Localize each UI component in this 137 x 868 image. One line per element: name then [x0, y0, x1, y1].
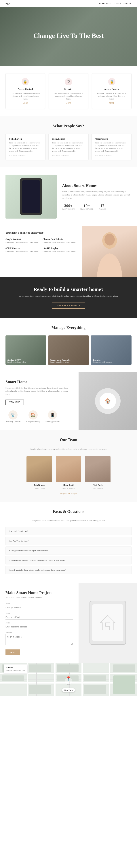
testimonial-date-1: OCTOBER, JUNE 2020 — [52, 154, 85, 156]
manage-cards: Outdoor CCTV Sample text, click to selec… — [5, 335, 132, 365]
svg-rect-15 — [57, 664, 79, 672]
hub-image — [82, 226, 137, 277]
stat-2: 17 AWARDS — [99, 203, 105, 210]
nav-link-home[interactable]: Home Page — [99, 3, 111, 5]
chevron-down-icon-0: › — [128, 530, 128, 533]
faq-subtitle: Sample text. Click to select the text bo… — [5, 519, 132, 522]
team-member-0: Bob Brown Content Holder — [27, 456, 52, 489]
faq-question-1: How Are Your Services? — [9, 540, 29, 542]
hub-item-text-0: Sample text. Click to select the Text El… — [5, 242, 40, 244]
manage-card-1: Temperature Controller Sample text, clic… — [48, 335, 89, 365]
testimonials-title: What People Say? — [5, 123, 132, 128]
testimonial-1: Nick Jhonson Proin sed ultrices ante sed… — [48, 134, 88, 160]
team-photo-mary — [56, 456, 81, 482]
hub-item-text-2: Sample text. Click to select the Text El… — [5, 250, 40, 253]
feature-card-2: 🔒 Access Control Duis aute irure dolor i… — [92, 73, 132, 109]
name-input[interactable] — [5, 606, 73, 610]
email-input[interactable] — [5, 615, 73, 620]
about-stats: 300+ HAPPY CLIENTS 10+ YEARS OF WORK 17 … — [62, 203, 132, 210]
feature-more-1[interactable]: MORE — [53, 102, 85, 104]
stat-label-2: AWARDS — [99, 208, 105, 210]
mini-card-title: Address — [6, 666, 25, 669]
faq-item-1[interactable]: How Are Your Services? › — [5, 537, 132, 545]
smart-content: Smart Home Sample text. Click the Text E… — [0, 372, 79, 430]
faq-item-3[interactable]: What education and/or training do you ha… — [5, 556, 132, 564]
chevron-down-icon-1: › — [128, 539, 128, 542]
project-title: Make Smart Home Project — [5, 590, 73, 595]
map-pin-icon: 📍 — [66, 676, 71, 681]
team-member-1: Mary Smith Chief Accountant — [56, 456, 81, 489]
about-section: About Smart Homes Lorem ipsum dolor sit … — [0, 167, 137, 226]
stat-num-2: 17 — [99, 203, 105, 208]
hero-title: Change Live To The Best — [33, 32, 103, 39]
about-title: About Smart Homes — [62, 183, 132, 188]
team-name-1: Mary Smith — [56, 484, 81, 487]
smart-icon-1: 🏠 Managed Centrally — [26, 410, 40, 423]
smart-icons: 📡 Wirelessly Connects 🏠 Managed Centrall… — [5, 410, 73, 423]
hub-item-0: Google Assistant Sample text. Click to s… — [5, 238, 40, 244]
form-group-phone: Phone — [5, 622, 73, 629]
smart-icon-2: 📱 Smart Applications — [45, 410, 59, 423]
feature-more-0[interactable]: MORE — [9, 102, 41, 104]
manage-card-0: Outdoor CCTV Sample text, click to selec… — [5, 335, 46, 365]
smart-view-more-button[interactable]: VIEW MORE — [5, 400, 24, 405]
smart-title: Smart Home — [5, 379, 73, 384]
feature-more-2[interactable]: MORE — [96, 102, 128, 104]
manage-card-label-1: Temperature Controller Sample text, clic… — [50, 359, 71, 363]
faq-question-0: How much does it cost? — [9, 530, 28, 532]
team-name-0: Bob Brown — [27, 484, 52, 487]
testimonial-date-2: OCTOBER, JUNE 2020 — [95, 154, 128, 156]
nav-logo: logo — [5, 2, 10, 5]
manage-card-2: Tracking Sample text, click to select. — [91, 335, 132, 365]
manage-title: Manage Everything — [5, 325, 132, 330]
smart-home-icon: 🏠 — [105, 398, 111, 404]
cta-button[interactable]: GET FREE ESTIMATE — [52, 302, 85, 309]
hub-person-photo — [82, 226, 137, 277]
name-label: Name — [5, 603, 73, 605]
phone-label: Phone — [5, 622, 73, 624]
feature-card-1: 🛡 Security Duis aute irure dolor in repr… — [49, 73, 88, 109]
faq-item-4[interactable]: Nunc sit amet nisl diam. Integer iaculis… — [5, 566, 132, 574]
chevron-down-icon-2: › — [128, 549, 128, 552]
chevron-down-icon-4: › — [128, 569, 128, 571]
lock-icon-2: 🔒 — [108, 78, 116, 85]
faq-item-2[interactable]: What types of customers have you worked … — [5, 547, 132, 555]
home-icon: 🏠 — [29, 410, 38, 420]
svg-rect-14 — [29, 664, 51, 672]
faq-title: Facts & Questions — [5, 509, 132, 514]
navbar: logo Home Page About Company — [0, 0, 137, 7]
faq-item-0[interactable]: How much does it cost? › — [5, 527, 132, 535]
feature-desc-2: Duis aute irure dolor in reprehenderit i… — [96, 92, 128, 100]
project-form-area: Make Smart Home Project Sample text. Cli… — [0, 583, 79, 663]
hero-section: Change Live To The Best — [0, 7, 137, 66]
feature-title-0: Access Control — [9, 88, 41, 91]
team-more-link[interactable]: Images from Freepik — [5, 492, 132, 494]
testimonial-date-0: OCTOBER, JUNE 2020 — [9, 154, 42, 156]
hub-item-title-3: 10in HD Display — [43, 247, 77, 250]
phone-input[interactable] — [5, 624, 73, 629]
cta-title: Ready to build a smarter home? — [5, 286, 132, 292]
team-name-2: Nick Dark — [85, 484, 110, 487]
svg-rect-21 — [113, 664, 135, 672]
nav-link-about[interactable]: About Company — [115, 3, 132, 5]
message-textarea[interactable] — [5, 634, 73, 645]
testimonial-text-1: Proin sed ultrices ante sed faucibus tur… — [52, 142, 85, 152]
email-label: Email — [5, 612, 73, 614]
manage-section: Manage Everything Outdoor CCTV Sample te… — [0, 318, 137, 372]
about-text: Lorem ipsum dolor sit amet, consectetur … — [62, 190, 132, 200]
submit-button[interactable]: SEND — [5, 649, 20, 655]
hub-content: Your home's all-in-one display hub Googl… — [0, 226, 82, 277]
smart-device: 🏠 — [95, 388, 121, 414]
team-role-1: Chief Accountant — [56, 487, 81, 489]
faq-question-2: What types of customers have you worked … — [9, 550, 48, 552]
hero-content: Change Live To The Best — [33, 32, 103, 41]
testimonial-name-1: Nick Jhonson — [52, 137, 85, 140]
team-photo-nick — [85, 456, 110, 482]
smart-icon-label-0: Wirelessly Connects — [5, 421, 20, 423]
hub-items: Google Assistant Sample text. Click to s… — [5, 238, 77, 253]
hub-item-title-1: Chrome Cast Built-In — [43, 238, 77, 241]
faq-question-3: What education and/or training do you ha… — [9, 559, 65, 561]
team-subtitle: Ut enim ad minim veniam exercitation ull… — [5, 447, 132, 451]
message-label: Message — [5, 631, 73, 633]
team-row: Bob Brown Content Holder Mary Smith Chie… — [5, 456, 132, 489]
